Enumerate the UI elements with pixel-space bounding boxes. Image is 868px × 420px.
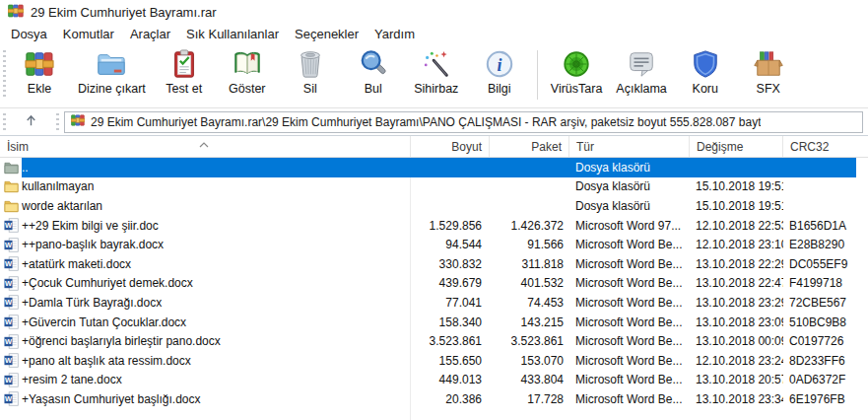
sfx-box-icon — [752, 47, 785, 81]
folder-icon — [0, 179, 22, 193]
cell-packed: 401.532 — [490, 276, 569, 290]
svg-text:W: W — [4, 356, 12, 365]
cell-size: 155.650 — [411, 354, 490, 368]
row-content: +pano alt başlık ata ressim.docx155.6501… — [22, 351, 856, 371]
file-list-row[interactable]: W+Güvercin Tutan Çocuklar.docx158.340143… — [0, 313, 868, 332]
column-header-size[interactable]: Boyut — [411, 136, 490, 157]
menu-bar: Dosya Komutlar Araçlar Sık Kullanılanlar… — [0, 24, 868, 43]
view-button[interactable]: Göster — [216, 45, 279, 96]
cell-packed: 3.523.861 — [490, 334, 569, 348]
cell-type: Microsoft Word 97... — [569, 219, 690, 233]
cell-modified: 13.10.2018 20:57 — [690, 373, 783, 386]
cell-type: Microsoft Word Be... — [569, 296, 690, 310]
sfx-button[interactable]: SFX — [737, 45, 800, 96]
cell-name: kullanılmayan — [22, 179, 411, 193]
cell-type: Microsoft Word Be... — [569, 315, 690, 329]
file-list-row[interactable]: W++pano-başlık bayrak.docx94.54491.566Mi… — [0, 235, 868, 254]
file-list-row[interactable]: kullanılmayanDosya klasörü15.10.2018 19:… — [0, 177, 868, 197]
file-list-row[interactable]: W+Damla Türk Bayrağı.docx77.04174.453Mic… — [0, 293, 868, 313]
word-icon: W — [0, 256, 22, 271]
row-content: +Damla Türk Bayrağı.docx77.04174.453Micr… — [22, 293, 856, 313]
find-button[interactable]: Bul — [342, 45, 405, 96]
row-content: +Yaşasın Cumhuriyet başlığı.docx20.38617… — [22, 389, 856, 409]
comment-icon — [625, 47, 658, 81]
cell-packed: 311.818 — [490, 257, 569, 271]
row-content: ..Dosya klasörü — [22, 158, 856, 177]
file-list-row[interactable]: ..Dosya klasörü — [0, 158, 868, 177]
file-list-row[interactable]: W+öğrenci başlarıyla birleştir pano.docx… — [0, 331, 868, 351]
menu-araclar[interactable]: Araçlar — [122, 25, 178, 43]
row-content: +atatürk maketi.docx330.832311.818Micros… — [22, 254, 856, 274]
cell-name: ++pano-başlık bayrak.docx — [22, 238, 411, 251]
column-header-crc32[interactable]: CRC32 — [783, 136, 868, 157]
file-list: ..Dosya klasörükullanılmayanDosya klasör… — [0, 158, 868, 420]
cell-type: Microsoft Word Be... — [569, 392, 690, 406]
file-list-row[interactable]: W++29 Ekim bilgi ve şiir.doc1.529.8561.4… — [0, 216, 868, 236]
cell-crc32: DC055EF9 — [783, 257, 856, 271]
column-header-type[interactable]: Tür — [569, 136, 690, 157]
svg-text:W: W — [4, 259, 12, 268]
file-list-row[interactable]: W+Çocuk Cumhuriyet demek.docx439.679401.… — [0, 274, 868, 294]
up-directory-button[interactable] — [8, 111, 53, 133]
cell-size: 449.013 — [411, 373, 490, 386]
cell-name: +resim 2 tane.docx — [22, 373, 411, 386]
row-content: kullanılmayanDosya klasörü15.10.2018 19:… — [22, 177, 856, 197]
cell-crc32: E28B8290 — [783, 238, 856, 251]
svg-text:W: W — [4, 317, 12, 326]
file-list-row[interactable]: W+pano alt başlık ata ressim.docx155.650… — [0, 351, 868, 371]
comment-button[interactable]: Açıklama — [609, 45, 673, 96]
column-header-packed[interactable]: Paket — [490, 136, 569, 157]
cell-packed: 17.728 — [490, 392, 569, 406]
archive-path-combobox[interactable]: 29 Ekim Cumhuriyet Bayramı.rar\29 Ekim C… — [64, 111, 863, 133]
word-icon: W — [0, 295, 22, 310]
cell-modified: 12.10.2018 23:10 — [690, 238, 783, 251]
archive-add-icon — [23, 47, 56, 81]
row-content: +resim 2 tane.docx449.013433.804Microsof… — [22, 371, 856, 390]
menu-dosya[interactable]: Dosya — [3, 25, 55, 43]
cell-modified: 15.10.2018 19:51 — [690, 179, 783, 193]
cell-size: 3.523.861 — [411, 334, 490, 348]
address-bar: 29 Ekim Cumhuriyet Bayramı.rar\29 Ekim C… — [0, 108, 868, 136]
cell-type: Dosya klasörü — [569, 199, 690, 213]
virus-scan-button-label: VirüsTara — [551, 82, 603, 96]
find-magnifier-icon — [357, 47, 390, 81]
svg-text:W: W — [4, 376, 12, 385]
cell-modified: 13.10.2018 22:47 — [690, 276, 783, 290]
menu-komutlar[interactable]: Komutlar — [55, 25, 122, 43]
wizard-button[interactable]: Sihirbaz — [405, 45, 468, 96]
cell-size: 94.544 — [411, 238, 490, 251]
toolbar-gripper[interactable] — [3, 50, 6, 100]
column-header-modified[interactable]: Değişme — [690, 136, 783, 157]
word-icon: W — [0, 238, 22, 252]
address-combobox-gripper[interactable] — [56, 113, 59, 131]
cell-type: Microsoft Word Be... — [569, 257, 690, 271]
cell-crc32: 8D233FF6 — [783, 354, 856, 368]
cell-crc32: F4199718 — [783, 276, 856, 290]
cell-size: 439.679 — [411, 276, 490, 290]
winrar-app-icon — [8, 3, 24, 22]
word-icon: W — [0, 391, 22, 406]
extract-button[interactable]: Dizine çıkart — [71, 45, 153, 96]
file-list-row[interactable]: W+Yaşasın Cumhuriyet başlığı.docx20.3861… — [0, 389, 868, 409]
info-button[interactable]: i Bilgi — [468, 45, 531, 96]
cell-name: +Güvercin Tutan Çocuklar.docx — [22, 315, 411, 329]
test-button[interactable]: Test et — [153, 45, 216, 96]
add-button[interactable]: Ekle — [8, 45, 71, 96]
menu-yardim[interactable]: Yardım — [367, 25, 423, 43]
cell-packed: 91.566 — [490, 238, 569, 251]
file-list-row[interactable]: W+resim 2 tane.docx449.013433.804Microso… — [0, 371, 868, 390]
menu-sik-kullanilanlar[interactable]: Sık Kullanılanlar — [178, 25, 287, 43]
menu-secenekler[interactable]: Seçenekler — [287, 25, 367, 43]
virus-scan-button[interactable]: VirüsTara — [544, 45, 610, 96]
cell-modified: 13.10.2018 23:29 — [690, 296, 783, 310]
file-list-row[interactable]: W+atatürk maketi.docx330.832311.818Micro… — [0, 254, 868, 274]
file-list-row[interactable]: worde aktarılanDosya klasörü15.10.2018 1… — [0, 196, 868, 216]
cell-modified: 13.10.2018 22:29 — [690, 257, 783, 271]
up-arrow-icon — [24, 113, 38, 131]
row-content: ++29 Ekim bilgi ve şiir.doc1.529.8561.42… — [22, 216, 856, 236]
delete-button[interactable]: Sil — [279, 45, 342, 96]
wizard-button-label: Sihirbaz — [414, 82, 458, 96]
cell-name: .. — [22, 161, 411, 175]
address-bar-gripper[interactable] — [3, 113, 6, 131]
protect-button[interactable]: Koru — [674, 45, 737, 96]
